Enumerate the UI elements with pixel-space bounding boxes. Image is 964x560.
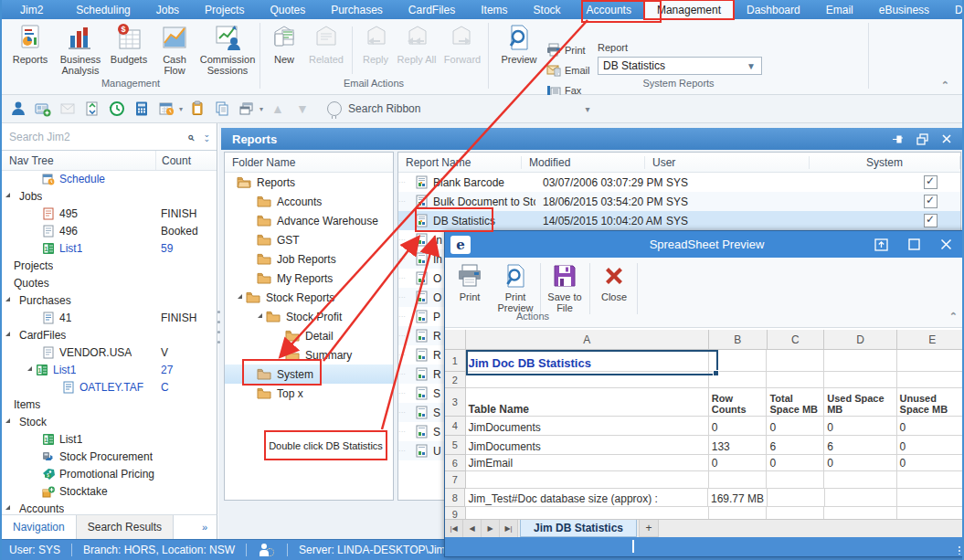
cell[interactable]: 0 xyxy=(897,436,964,455)
transfer-document-icon[interactable] xyxy=(83,100,101,118)
report-combo[interactable]: DB Statistics ▼ xyxy=(598,57,762,75)
cell-row-counts[interactable]: Row Counts xyxy=(709,388,768,417)
cash-flow-button[interactable]: Cash Flow xyxy=(154,23,196,78)
calculator-icon[interactable] xyxy=(132,100,151,118)
column-header-a[interactable]: A xyxy=(466,330,709,350)
print-button[interactable]: Print xyxy=(449,263,491,302)
menu-email[interactable]: Email xyxy=(813,0,866,19)
cell[interactable] xyxy=(897,372,964,388)
row-header[interactable]: 4 xyxy=(445,417,466,436)
close-icon[interactable] xyxy=(940,238,952,250)
first-sheet-button[interactable]: |◀ xyxy=(445,520,463,537)
system-checkbox[interactable] xyxy=(924,175,938,189)
cell[interactable]: 133 xyxy=(709,436,768,455)
menu-dashboard[interactable]: Dashboard xyxy=(734,0,813,19)
tab-navigation[interactable]: Navigation xyxy=(2,515,77,539)
clipboard-icon[interactable] xyxy=(188,100,207,118)
nav-item-cardfiles[interactable]: CardFiles xyxy=(2,326,217,343)
cell[interactable] xyxy=(897,471,964,489)
cell[interactable]: 6 xyxy=(767,436,824,455)
row-header[interactable]: 3 xyxy=(445,388,466,417)
cell-db-size-value[interactable]: 169.77 MB xyxy=(708,489,768,507)
restore-windows-icon[interactable] xyxy=(916,133,928,145)
expanded-arrow-icon[interactable] xyxy=(258,313,262,318)
search-jim2-box[interactable]: Search Jim2 ⌕ ⌄⌄ xyxy=(2,124,217,151)
save-to-file-button[interactable]: Save to File xyxy=(544,263,586,313)
cell[interactable] xyxy=(825,489,897,507)
related-email-button[interactable]: Related xyxy=(305,23,347,78)
expanded-arrow-icon[interactable] xyxy=(27,366,32,371)
folder-stock-reports[interactable]: Stock Reports xyxy=(225,288,393,307)
expanded-arrow-icon[interactable] xyxy=(5,505,10,510)
folder-top-x[interactable]: Top x xyxy=(225,384,393,403)
expanded-arrow-icon[interactable] xyxy=(238,294,242,299)
budgets-button[interactable]: $ Budgets xyxy=(106,23,152,78)
cell[interactable] xyxy=(824,471,896,489)
nav-item-41[interactable]: 41FINISH xyxy=(2,309,217,326)
cell[interactable] xyxy=(709,372,768,388)
folder-name-header[interactable]: Folder Name xyxy=(225,153,393,173)
cell-used-space[interactable]: Used Space MB xyxy=(824,388,896,417)
cell[interactable] xyxy=(709,350,768,372)
last-sheet-button[interactable]: ▶| xyxy=(500,520,518,537)
print-button[interactable]: Print xyxy=(546,42,586,58)
nav-item-list1-cardfiles[interactable]: 1List127 xyxy=(2,361,217,378)
cell[interactable] xyxy=(767,372,824,388)
preview-button[interactable]: Preview xyxy=(495,23,543,78)
folder-gst[interactable]: GST xyxy=(225,230,393,249)
column-system[interactable]: System xyxy=(810,156,960,169)
row-header[interactable]: 2 xyxy=(445,372,466,388)
menu-quotes[interactable]: Quotes xyxy=(257,0,318,19)
cell[interactable]: 0 xyxy=(767,417,824,436)
double-chevron-down-icon[interactable]: ⌄⌄ xyxy=(203,132,209,142)
expanded-arrow-icon[interactable] xyxy=(5,193,10,197)
column-report-name[interactable]: Report Name xyxy=(398,156,522,169)
nav-item-495[interactable]: 495FINISH xyxy=(2,205,217,222)
menu-items[interactable]: Items xyxy=(468,0,520,19)
report-row-db-statistics-selected[interactable]: ··· DB Statistics 14/05/2015 10:04:20 AM… xyxy=(398,211,960,230)
folder-my-reports[interactable]: My Reports xyxy=(225,269,393,288)
column-header-e[interactable]: E xyxy=(897,330,964,350)
cell[interactable]: 0 xyxy=(709,455,768,471)
row-header[interactable]: 9 xyxy=(445,507,466,520)
expanded-arrow-icon[interactable] xyxy=(5,418,10,423)
cell[interactable] xyxy=(897,507,964,520)
user-icon[interactable] xyxy=(9,100,27,118)
cell-unused-space[interactable]: Unused Space MB xyxy=(897,388,964,417)
corner-cell[interactable] xyxy=(445,330,466,350)
cell[interactable]: JimDocuments xyxy=(466,436,709,455)
nav-item-purchases[interactable]: Purchases xyxy=(2,291,217,309)
preview-window-titlebar[interactable]: e SpreadSheet Preview xyxy=(445,231,964,258)
next-sheet-button[interactable]: ▶ xyxy=(482,520,500,537)
nav-item-vendor-usa[interactable]: VENDOR.USAV xyxy=(2,343,217,361)
report-row-blank-barcode[interactable]: ··· Blank Barcode 03/07/2006 03:07:29 PM… xyxy=(398,173,960,192)
row-header[interactable]: 6 xyxy=(445,455,466,471)
menu-jim2[interactable]: Jim2 xyxy=(2,0,63,19)
system-checkbox[interactable] xyxy=(924,214,938,227)
tab-search-results[interactable]: Search Results xyxy=(77,515,174,539)
search-ribbon[interactable]: Search Ribbon xyxy=(327,101,420,116)
nav-item-promotional-pricing[interactable]: $Promotional Pricing xyxy=(2,465,217,482)
commission-sessions-button[interactable]: Commission Sessions xyxy=(197,23,258,78)
calendar-icon[interactable] xyxy=(157,100,175,118)
nav-item-stock-procurement[interactable]: Stock Procurement xyxy=(2,448,217,465)
panel-splitter[interactable] xyxy=(217,311,221,343)
nav-item-projects[interactable]: Projects xyxy=(2,257,217,274)
nav-item-items[interactable]: Items xyxy=(2,396,217,413)
down-arrow-icon-disabled[interactable]: ▼ xyxy=(293,100,312,118)
add-sheet-button[interactable]: + xyxy=(639,520,659,537)
cell[interactable] xyxy=(824,350,896,372)
cell[interactable] xyxy=(709,507,768,520)
disabled-mail-icon[interactable] xyxy=(58,100,77,118)
cell-total-space[interactable]: Total Space MB xyxy=(767,388,824,417)
folder-summary[interactable]: Summary xyxy=(225,345,393,365)
cell[interactable]: 0 xyxy=(709,417,768,436)
cell[interactable] xyxy=(824,507,896,520)
folder-job-reports[interactable]: Job Reports xyxy=(225,249,393,269)
prev-sheet-button[interactable]: ◀ xyxy=(463,520,482,537)
column-header-b[interactable]: B xyxy=(709,330,768,350)
count-column-header[interactable]: Count xyxy=(155,151,217,170)
email-button[interactable]: Email xyxy=(546,62,590,79)
menu-management-active[interactable]: Management xyxy=(644,0,734,19)
up-arrow-icon-disabled[interactable]: ▲ xyxy=(269,100,287,118)
